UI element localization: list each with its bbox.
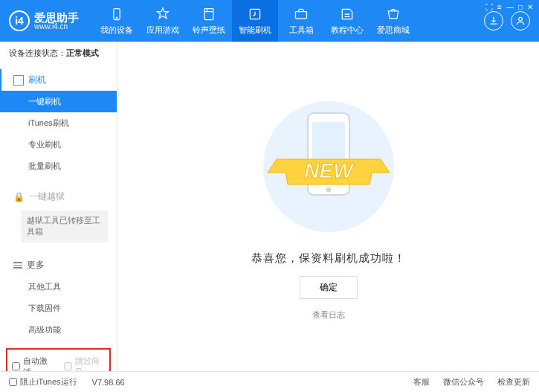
footer-link[interactable]: 检查更新	[497, 376, 530, 388]
lock-icon: 🔒	[13, 192, 25, 202]
nav-item-6[interactable]: 爱思商城	[370, 0, 416, 42]
nav-icon	[201, 7, 216, 22]
nav-item-3[interactable]: 智能刷机	[232, 0, 278, 42]
more-icon	[13, 262, 22, 269]
connection-status: 设备连接状态：正常模式	[0, 42, 117, 65]
footer: 阻止iTunes运行 V7.98.66 客服微信公众号检查更新	[0, 371, 539, 392]
sidebar-group-jailbreak: 🔒 一键越狱	[0, 186, 117, 208]
footer-link[interactable]: 微信公众号	[443, 376, 484, 388]
nav-item-1[interactable]: 应用游戏	[140, 0, 186, 42]
menu-icon[interactable]: ≡	[497, 3, 502, 11]
nav-item-0[interactable]: 我的设备	[94, 0, 140, 42]
app-logo: i4 爱思助手 www.i4.cn	[9, 10, 79, 31]
highlighted-options: 自动激活 跳过向导	[6, 348, 111, 371]
svg-text:NEW: NEW	[304, 159, 355, 182]
sidebar-item[interactable]: 批量刷机	[0, 155, 117, 177]
view-log-link[interactable]: 查看日志	[312, 309, 345, 321]
nav-item-2[interactable]: 铃声壁纸	[186, 0, 232, 42]
block-itunes-checkbox[interactable]: 阻止iTunes运行	[9, 376, 77, 388]
close-icon[interactable]: ✕	[527, 3, 533, 11]
main-content: NEW 恭喜您，保资料刷机成功啦！ 确定 查看日志	[117, 42, 539, 371]
nav-icon	[386, 7, 401, 22]
nav-icon	[109, 7, 124, 22]
sidebar-item[interactable]: 一键刷机	[0, 91, 117, 112]
svg-rect-4	[296, 11, 307, 18]
success-illustration: NEW	[254, 92, 403, 241]
nav-icon	[294, 7, 309, 22]
jailbreak-note: 越狱工具已转移至工具箱	[21, 211, 108, 242]
window-controls: ⛶ ≡ — □ ✕	[485, 3, 533, 11]
success-message: 恭喜您，保资料刷机成功啦！	[251, 251, 406, 266]
version-label: V7.98.66	[92, 378, 125, 387]
svg-point-1	[116, 17, 117, 19]
footer-link[interactable]: 客服	[413, 376, 430, 388]
maximize-icon[interactable]: □	[518, 3, 523, 11]
app-title: 爱思助手	[34, 12, 79, 23]
sidebar-item[interactable]: iTunes刷机	[0, 112, 117, 134]
sidebar-item[interactable]: 高级功能	[0, 319, 117, 341]
sidebar-item[interactable]: 专业刷机	[0, 134, 117, 155]
sidebar-group-flash[interactable]: 刷机	[0, 69, 117, 91]
logo-badge-icon: i4	[9, 10, 30, 31]
sidebar-item[interactable]: 下载固件	[0, 298, 117, 319]
sidebar-group-more[interactable]: 更多	[0, 254, 117, 276]
app-url: www.i4.cn	[34, 23, 79, 30]
nav-icon	[340, 7, 355, 22]
svg-rect-2	[204, 8, 213, 19]
minimize-icon[interactable]: —	[506, 3, 514, 11]
user-icon[interactable]	[511, 11, 530, 30]
auto-activate-checkbox[interactable]: 自动激活	[12, 356, 54, 371]
flash-icon	[13, 75, 24, 86]
ok-button[interactable]: 确定	[300, 276, 358, 299]
download-icon[interactable]	[484, 11, 503, 30]
sidebar: 设备连接状态：正常模式 刷机 一键刷机iTunes刷机专业刷机批量刷机 🔒 一键…	[0, 42, 117, 371]
cart-icon[interactable]: ⛶	[485, 3, 493, 11]
nav-icon	[155, 7, 170, 22]
nav-item-5[interactable]: 教程中心	[324, 0, 370, 42]
nav-icon	[248, 7, 262, 22]
nav-item-4[interactable]: 工具箱	[278, 0, 324, 42]
svg-point-5	[519, 17, 523, 21]
top-nav: 我的设备应用游戏铃声壁纸智能刷机工具箱教程中心爱思商城	[94, 0, 484, 42]
sidebar-item[interactable]: 其他工具	[0, 276, 117, 298]
skip-guide-checkbox: 跳过向导	[64, 356, 106, 371]
svg-point-11	[326, 187, 331, 193]
